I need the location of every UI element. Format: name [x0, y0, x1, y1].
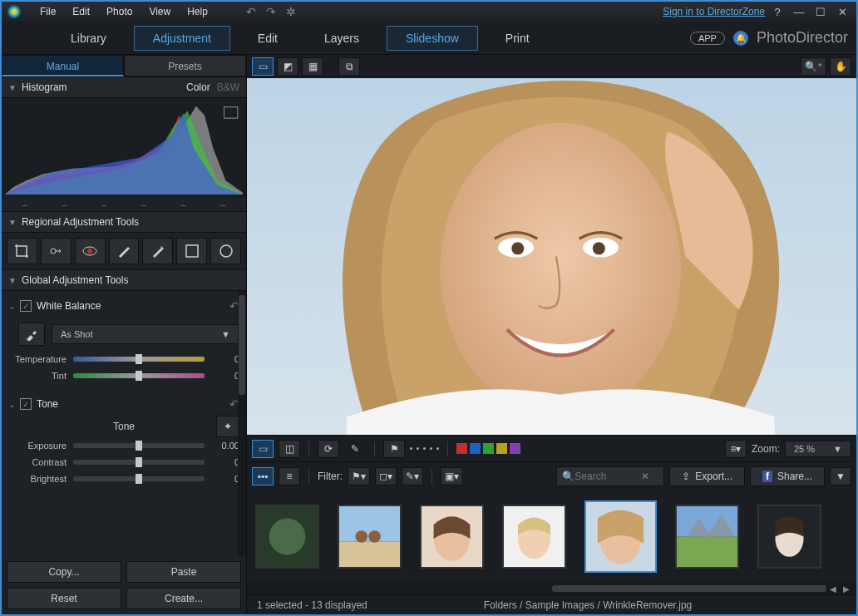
subtab-presets[interactable]: Presets — [124, 55, 246, 76]
copy-button[interactable]: Copy... — [7, 561, 121, 583]
menu-view[interactable]: View — [141, 6, 179, 17]
pan-tool-button[interactable]: ✋ — [830, 57, 851, 76]
thumbnail-2[interactable] — [338, 505, 402, 569]
white-balance-checkbox[interactable]: ✓ — [20, 300, 32, 312]
share-button[interactable]: fShare... — [750, 466, 825, 486]
search-input[interactable] — [574, 471, 641, 482]
exposure-value[interactable]: 0.00 — [205, 441, 239, 451]
redeye-tool[interactable] — [75, 238, 106, 264]
tab-layers[interactable]: Layers — [305, 26, 378, 51]
sidebar-scrollbar[interactable] — [238, 291, 246, 556]
view-mirror-button[interactable]: ⧉ — [338, 57, 360, 76]
chevron-down-icon[interactable]: ▼ — [8, 218, 17, 227]
scroll-left-icon[interactable]: ◀ — [826, 584, 840, 594]
histogram-mode-bw[interactable]: B&W — [217, 81, 239, 93]
radial-mask-tool[interactable] — [210, 238, 241, 264]
tab-adjustment[interactable]: Adjustment — [134, 26, 230, 51]
tone-checkbox[interactable]: ✓ — [20, 398, 32, 410]
tab-edit[interactable]: Edit — [239, 26, 297, 51]
thumbnail-7[interactable] — [757, 505, 821, 569]
zoom-dropdown[interactable]: 25 %▼ — [785, 441, 851, 457]
view-grid-button[interactable]: ▦ — [302, 57, 323, 76]
color-label-2[interactable] — [483, 443, 494, 454]
color-label-4[interactable] — [510, 443, 520, 454]
minimize-button[interactable]: — — [790, 6, 808, 18]
thumbnail-4[interactable] — [502, 505, 566, 569]
crop-tool[interactable] — [7, 238, 37, 264]
temperature-value[interactable]: 0 — [205, 354, 239, 364]
brightest-slider[interactable] — [73, 476, 205, 481]
gradient-mask-tool[interactable] — [176, 238, 207, 264]
settings-icon[interactable]: ✲ — [281, 5, 301, 18]
menu-help[interactable]: Help — [179, 6, 216, 17]
temperature-slider[interactable] — [73, 357, 205, 362]
create-button[interactable]: Create... — [126, 588, 241, 609]
app-badge[interactable]: APP — [690, 32, 725, 45]
chevron-down-icon[interactable]: ⌄ — [8, 400, 15, 409]
filter-label-button[interactable]: ◻▾ — [375, 467, 397, 485]
eyedropper-tool[interactable] — [18, 323, 45, 346]
share-more-button[interactable]: ▼ — [830, 467, 851, 485]
close-button[interactable]: ✕ — [833, 6, 851, 18]
maximize-button[interactable]: ☐ — [811, 6, 830, 18]
sort-button[interactable]: ≡▾ — [725, 440, 747, 458]
rating-dots[interactable] — [410, 447, 439, 450]
filter-edit-button[interactable]: ✎▾ — [402, 467, 423, 485]
menu-edit[interactable]: Edit — [64, 6, 98, 17]
contrast-value[interactable]: 0 — [205, 457, 239, 467]
brush-button[interactable]: ✎ — [344, 440, 366, 458]
view-compare-button[interactable]: ◩ — [277, 57, 298, 76]
thumbnail-5-selected[interactable] — [584, 500, 657, 573]
tab-slideshow[interactable]: Slideshow — [387, 26, 478, 51]
view-single-button[interactable]: ▭ — [252, 57, 274, 76]
split-view-button[interactable]: ◫ — [279, 440, 300, 458]
exposure-slider[interactable] — [73, 443, 205, 448]
color-label-0[interactable] — [456, 443, 467, 454]
thumbnail-1[interactable] — [255, 505, 319, 569]
chevron-down-icon[interactable]: ⌄ — [8, 302, 15, 311]
spot-tool[interactable] — [41, 238, 72, 264]
brightest-value[interactable]: 0 — [205, 474, 239, 484]
single-view-button[interactable]: ▭ — [252, 440, 274, 458]
scroll-right-icon[interactable]: ▶ — [840, 584, 853, 594]
thumbnail-6[interactable] — [675, 505, 739, 569]
reset-button[interactable]: Reset — [7, 588, 121, 609]
menu-photo[interactable]: Photo — [98, 6, 141, 17]
thumbnail-view-button[interactable]: ▪▪▪ — [252, 467, 274, 485]
filmstrip-scrollbar[interactable]: ◀ ▶ — [247, 583, 856, 594]
signin-link[interactable]: Sign in to DirectorZone — [663, 6, 765, 17]
export-button[interactable]: ⇪Export... — [669, 466, 745, 486]
filmstrip[interactable] — [247, 490, 856, 583]
subtab-manual[interactable]: Manual — [2, 55, 124, 76]
tint-value[interactable]: 0 — [205, 371, 239, 381]
stack-button[interactable]: ▣▾ — [441, 467, 463, 485]
contrast-slider[interactable] — [73, 460, 205, 465]
rotate-button[interactable]: ⟳ — [318, 440, 339, 458]
chevron-down-icon[interactable]: ▼ — [8, 276, 17, 285]
help-icon[interactable]: ? — [768, 6, 786, 18]
tab-print[interactable]: Print — [486, 26, 549, 51]
filter-flag-button[interactable]: ⚑▾ — [348, 467, 370, 485]
notification-icon[interactable]: 🔔 — [733, 31, 748, 46]
auto-tone-button[interactable]: ✦ — [216, 416, 239, 437]
image-canvas[interactable] — [247, 78, 856, 435]
gradient-brush-tool[interactable] — [142, 238, 173, 264]
brush-tool[interactable] — [109, 238, 140, 264]
histogram-mode-color[interactable]: Color — [186, 81, 210, 93]
flag-button[interactable]: ⚑ — [383, 440, 405, 458]
clear-search-icon[interactable]: ✕ — [641, 471, 649, 482]
white-balance-preset-dropdown[interactable]: As Shot▼ — [52, 324, 239, 344]
thumbnail-3[interactable] — [420, 505, 484, 569]
zoom-tool-button[interactable]: 🔍⁺ — [801, 57, 826, 76]
undo-icon[interactable]: ↶ — [241, 5, 261, 18]
paste-button[interactable]: Paste — [126, 561, 241, 583]
chevron-down-icon[interactable]: ▼ — [8, 83, 17, 92]
menu-file[interactable]: File — [32, 6, 64, 17]
color-label-3[interactable] — [496, 443, 507, 454]
search-box[interactable]: 🔍 ✕ — [556, 466, 664, 486]
tab-library[interactable]: Library — [52, 26, 126, 51]
tint-slider[interactable] — [73, 373, 205, 378]
color-label-1[interactable] — [470, 443, 481, 454]
list-view-button[interactable]: ≡ — [279, 467, 300, 485]
redo-icon[interactable]: ↷ — [261, 5, 281, 18]
